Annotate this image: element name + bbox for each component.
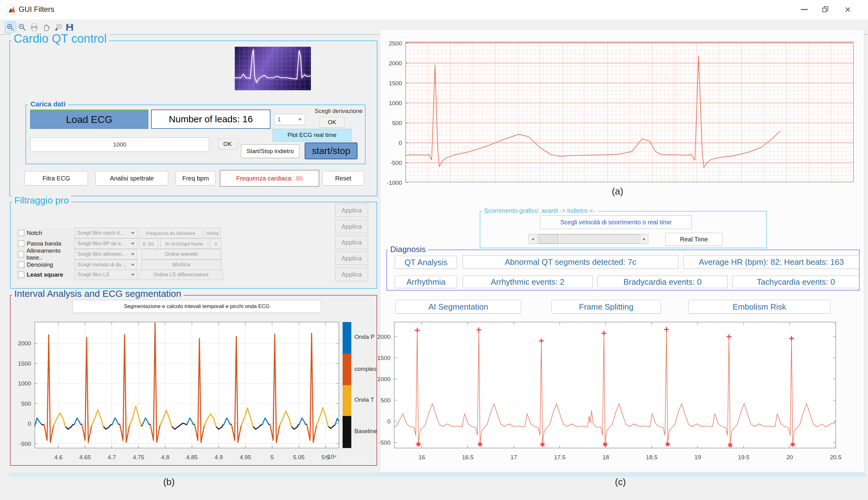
average-hr-field: Average HR (bpm): 82; Heart beats: 163 — [683, 255, 859, 269]
restore-button[interactable] — [817, 2, 834, 16]
ai-segmentation-button[interactable]: AI Segmentation — [396, 300, 521, 314]
notch-freq-field[interactable]: Frequenza da eliminare — [139, 228, 202, 238]
svg-text:0: 0 — [28, 420, 31, 427]
allineamento-checkbox[interactable] — [18, 251, 24, 257]
zoom-in-icon[interactable] — [5, 22, 16, 33]
bp-filter-select[interactable]: Scegli filtro BP da a... — [74, 238, 138, 249]
svg-text:18.5: 18.5 — [646, 454, 658, 461]
svg-text:20: 20 — [787, 454, 793, 461]
chevron-down-icon — [131, 274, 134, 276]
least-square-checkbox[interactable] — [18, 272, 24, 278]
legend-baseline-swatch — [343, 416, 351, 448]
applica-button-2[interactable]: Applica — [335, 220, 368, 234]
segmentation-chart[interactable]: 4.64.654.74.754.84.854.94.9555.055.12000… — [10, 319, 342, 464]
svg-text:-500: -500 — [19, 441, 31, 447]
legend-onda-p-swatch — [343, 322, 351, 354]
startstop-button[interactable]: start/stop — [305, 143, 357, 159]
load-ecg-button[interactable]: Load ECG — [30, 110, 148, 129]
svg-text:-1000: -1000 — [387, 180, 402, 186]
svg-text:5: 5 — [270, 454, 274, 461]
scroll-slider[interactable]: ◄ ► — [528, 234, 648, 244]
applica-button-1[interactable]: Applica — [335, 204, 368, 217]
analisi-spettrale-button[interactable]: Analisi spettrale — [95, 171, 168, 185]
derivation-ok-button[interactable]: OK — [320, 117, 344, 127]
svg-text:4.75: 4.75 — [133, 454, 144, 461]
arrhythmia-button[interactable]: Arrhythmia — [395, 276, 457, 288]
slider-thumb[interactable] — [539, 234, 559, 243]
qrs-detection-chart[interactable]: 1616.51717.51818.51919.52020.52000150010… — [371, 319, 840, 464]
diagnosis-title: Diagnosis — [388, 245, 428, 253]
svg-text:5.05: 5.05 — [293, 454, 305, 461]
scorrimento-title: Scorrimento grafico: avanti -> indietro … — [482, 207, 598, 214]
freq-bpm-button[interactable]: Freq bpm — [176, 171, 215, 185]
pan-hand-icon[interactable] — [40, 22, 51, 33]
ecg-decorative-image — [235, 47, 311, 90]
ls-filter-select[interactable]: Scegli filtro LS — [74, 270, 138, 280]
denoising-method-select[interactable]: Scegli metodo di da ... — [74, 260, 138, 270]
startstop-indietro-button[interactable]: Start/Stop indietro — [241, 144, 300, 158]
svg-text:1500: 1500 — [18, 360, 31, 367]
svg-text:19.5: 19.5 — [738, 454, 750, 461]
print-icon[interactable] — [28, 22, 40, 33]
fitra-ecg-button[interactable]: Fitra ECG — [25, 171, 88, 185]
allineamento-row: Allineamento base.. — [15, 249, 75, 260]
filtraggio-pro-title: Filtraggio pro — [12, 196, 71, 205]
notch-checkbox[interactable] — [18, 230, 24, 236]
allineamento-filter-select[interactable]: Scegli filtro allineam... — [74, 249, 138, 260]
fl-field[interactable]: fL (hz — [139, 238, 158, 249]
ordine-ls-field[interactable]: Ordine LS differenziatore — [139, 270, 223, 280]
svg-text:2000: 2000 — [389, 60, 402, 67]
svg-text:16: 16 — [419, 454, 425, 461]
ecg-lead-chart[interactable]: 25002000150010005000-500-1000 — [381, 39, 856, 185]
svg-text:-500: -500 — [379, 439, 390, 446]
number-of-leads-field[interactable]: Number of leads: 16 — [151, 110, 270, 129]
slider-right-arrow[interactable]: ► — [640, 234, 648, 243]
close-button[interactable]: × — [840, 2, 856, 16]
svg-text:4.65: 4.65 — [79, 454, 91, 461]
least-square-row: Least square — [15, 270, 75, 280]
abnormal-qt-field: Abnormal QT segments detected: 7c — [462, 255, 678, 269]
allineamento-label: Allineamento base.. — [26, 247, 75, 261]
caption-a: (a) — [612, 186, 623, 197]
denoising-checkbox[interactable] — [18, 262, 24, 268]
notch-nfreq-field[interactable]: n/freq — [204, 228, 221, 238]
applica-button-3[interactable]: Applica — [335, 236, 368, 249]
embolism-risk-button[interactable]: Embolism Risk — [688, 300, 830, 314]
svg-text:1500: 1500 — [377, 355, 390, 361]
applica-button-4[interactable]: Applica — [335, 251, 368, 265]
samples-input[interactable]: 1000 — [30, 137, 209, 152]
applica-button-5[interactable]: Applica — [335, 268, 368, 281]
slider-track[interactable] — [561, 234, 640, 243]
ordine-wavelet-field[interactable]: Ordine wavelet — [141, 249, 221, 260]
frame-splitting-button[interactable]: Frame Splitting — [552, 300, 661, 314]
winsize-field[interactable]: WinSize — [141, 260, 221, 270]
save-icon[interactable] — [64, 22, 75, 33]
svg-text:1500: 1500 — [389, 80, 402, 87]
svg-text:4.8: 4.8 — [161, 454, 169, 461]
tachycardia-events-field: Tachycardia events: 0 — [732, 276, 859, 288]
passa-banda-checkbox[interactable] — [18, 240, 24, 247]
segmentazione-button[interactable]: Segmentazione e calcolo intevali tempora… — [72, 300, 321, 313]
minimize-button[interactable] — [796, 2, 813, 16]
zoom-out-icon[interactable] — [17, 22, 28, 33]
derivation-select[interactable]: 1 — [274, 114, 305, 125]
n-field[interactable]: n — [210, 238, 221, 249]
minimize-icon — [801, 9, 808, 10]
notch-filter-select[interactable]: Scegli filtro notch d... — [74, 228, 138, 238]
datatip-icon[interactable] — [52, 22, 63, 33]
fh-field[interactable]: fH (hz)/Sgol frame — [160, 238, 208, 249]
real-time-button[interactable]: Real Time — [665, 233, 723, 246]
denoising-label: Denoising — [27, 261, 53, 268]
slider-left-arrow[interactable]: ◄ — [529, 234, 537, 243]
matlab-app-icon — [7, 5, 16, 14]
chevron-down-icon — [298, 118, 302, 121]
samples-ok-button[interactable]: OK — [218, 139, 237, 149]
scroll-speed-field[interactable]: Scegli velocità di scorrimento o real ti… — [540, 215, 692, 229]
chevron-down-icon — [131, 232, 134, 234]
svg-text:4.6: 4.6 — [54, 454, 62, 461]
reset-button[interactable]: Reset — [322, 171, 364, 185]
plot-ecg-realtime-button[interactable]: Plot ECG real time — [273, 129, 351, 141]
svg-text:-500: -500 — [390, 160, 402, 166]
chevron-down-icon — [131, 253, 134, 255]
qt-analysis-button[interactable]: QT Analysis — [395, 256, 457, 269]
